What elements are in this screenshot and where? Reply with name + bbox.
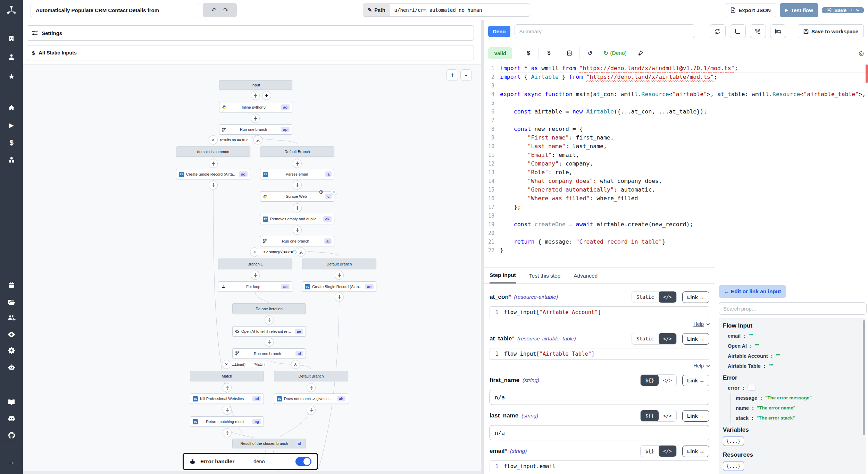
inspector-scrollbar[interactable] bbox=[863, 320, 865, 435]
move-node-icon[interactable]: ⊕ bbox=[319, 189, 324, 195]
code-line[interactable]: 10 "Last name": last_name, bbox=[484, 142, 868, 151]
flow-node-run_branch_af[interactable]: Run one branchaf bbox=[232, 348, 306, 358]
collapse-button[interactable]: - bbox=[748, 385, 756, 391]
stop-square-icon-button[interactable] bbox=[730, 24, 746, 38]
value-input-first_name[interactable] bbox=[490, 390, 709, 405]
windmill-logo-icon[interactable] bbox=[0, 4, 23, 17]
all-static-inputs-bar[interactable]: $ All Static Inputs bbox=[27, 45, 474, 60]
trigger-bolt-button[interactable] bbox=[262, 91, 271, 100]
code-line[interactable]: 22} bbox=[484, 246, 868, 255]
code-line[interactable]: 17 }; bbox=[484, 203, 868, 211]
link-button[interactable]: Link → bbox=[682, 333, 709, 345]
resources-object-chip[interactable]: {...} bbox=[723, 461, 744, 471]
prop-row[interactable]: name:"The error name" bbox=[731, 403, 866, 413]
toggle-code[interactable]: </> bbox=[659, 375, 676, 386]
insert-step-button[interactable] bbox=[335, 271, 344, 280]
add-branch-button[interactable] bbox=[253, 135, 262, 144]
link-button[interactable]: Link → bbox=[682, 375, 709, 386]
user-icon[interactable] bbox=[0, 52, 23, 62]
code-line[interactable]: 2import { Airtable } from "https://deno.… bbox=[484, 73, 868, 81]
delete-node-icon[interactable]: × bbox=[331, 189, 337, 195]
toggle-static[interactable]: ${} bbox=[641, 410, 658, 421]
flow-node-result_chosen[interactable]: Result of the chosen branchaf bbox=[232, 439, 306, 448]
prop-row[interactable]: Airtable Account:"" bbox=[723, 351, 866, 361]
reload-icon-button[interactable] bbox=[710, 24, 726, 38]
code-line[interactable]: 20 bbox=[484, 229, 868, 237]
flow-node-default_branch_2[interactable]: Default Branch bbox=[302, 259, 376, 269]
code-line[interactable]: 11 "Email": email, bbox=[484, 151, 868, 159]
help-link[interactable]: Help bbox=[693, 321, 704, 327]
code-line[interactable]: 14 "What company does": what_company_doe… bbox=[484, 177, 868, 185]
insert-step-button[interactable] bbox=[251, 271, 260, 280]
flow-node-run_branch_ap[interactable]: Run one branchap bbox=[219, 124, 292, 135]
dollar-var-icon[interactable]: $ bbox=[521, 50, 535, 56]
value-input-last_name[interactable] bbox=[490, 425, 709, 440]
flow-node-do_one_iteration[interactable]: Do one iteration bbox=[232, 303, 306, 314]
expr-editor[interactable]: 1flow_input["Airtable Table"] bbox=[490, 348, 709, 360]
deno-assistant-reload[interactable]: ↻ (Deno) bbox=[603, 50, 627, 57]
vertical-splitter[interactable] bbox=[481, 20, 484, 474]
insert-step-button[interactable] bbox=[293, 203, 302, 212]
remove-branch-button[interactable]: × bbox=[250, 247, 259, 256]
flow-node-no_match[interactable]: TSDoes not match -> gives empty valueah bbox=[274, 393, 348, 404]
test-flow-button[interactable]: ▶ Test flow bbox=[780, 3, 818, 17]
insert-step-button[interactable] bbox=[265, 315, 274, 324]
settings-gear-icon[interactable] bbox=[0, 345, 23, 356]
prop-row[interactable]: stack:"The error stack" bbox=[731, 413, 866, 423]
tab-test-this-step[interactable]: Test this step bbox=[529, 273, 560, 283]
toggle-static[interactable]: ${} bbox=[641, 446, 658, 457]
insert-step-button[interactable] bbox=[293, 159, 302, 168]
code-line[interactable]: 7 bbox=[484, 116, 868, 125]
code-line[interactable]: 5 bbox=[484, 99, 868, 107]
summary-input[interactable] bbox=[515, 24, 695, 38]
favorites-star-icon[interactable]: ★ bbox=[0, 71, 23, 82]
toggle-code[interactable]: </> bbox=[659, 291, 676, 303]
insert-step-button[interactable] bbox=[307, 383, 316, 392]
dollar-resource-icon[interactable]: $ bbox=[542, 50, 556, 56]
toggle-static[interactable]: ${} bbox=[641, 375, 658, 386]
insert-step-button[interactable] bbox=[251, 91, 260, 100]
toggle-static[interactable]: Static bbox=[632, 291, 659, 303]
prop-row[interactable]: Open AI:"" bbox=[723, 341, 866, 351]
redo-icon[interactable]: ↷ bbox=[223, 7, 228, 14]
export-json-button[interactable]: Export JSON bbox=[725, 3, 776, 17]
insert-step-button[interactable] bbox=[209, 159, 218, 168]
insert-step-button[interactable] bbox=[293, 180, 302, 189]
insert-step-button[interactable] bbox=[223, 383, 232, 392]
flow-node-input[interactable]: Input bbox=[219, 80, 292, 90]
tab-step-input[interactable]: Step Input bbox=[490, 272, 516, 283]
toggle-code[interactable]: </> bbox=[659, 446, 676, 457]
code-line[interactable]: 6 const airtable = new Airtable({...at_c… bbox=[484, 107, 868, 116]
zoom-in-button[interactable]: + bbox=[446, 69, 458, 81]
code-editor[interactable]: 1import * as wmill from "https://deno.la… bbox=[484, 64, 868, 267]
schedules-calendar-icon[interactable] bbox=[0, 280, 23, 290]
docs-book-icon[interactable] bbox=[0, 397, 23, 407]
flow-node-kill_websites[interactable]: TSKill Professional Websites mentionsad bbox=[190, 393, 264, 404]
tab-advanced[interactable]: Advanced bbox=[574, 273, 598, 283]
hide-eye-icon[interactable]: ◎ bbox=[859, 50, 864, 57]
link-button[interactable]: Link → bbox=[682, 446, 709, 457]
database-icon[interactable] bbox=[562, 50, 576, 56]
audit-eye-icon[interactable] bbox=[0, 329, 23, 340]
link-button[interactable]: Link → bbox=[682, 410, 709, 422]
path-chip[interactable]: ✎ Path bbox=[363, 3, 390, 17]
code-line[interactable]: 15 "Generated automatically": automatic, bbox=[484, 185, 868, 194]
save-button[interactable]: Save bbox=[822, 7, 851, 13]
flow-node-inline_python3[interactable]: Inline python3ao bbox=[219, 102, 292, 112]
code-line[interactable]: 19 const createOne = await airtable.crea… bbox=[484, 220, 868, 229]
insert-step-button[interactable] bbox=[265, 338, 274, 347]
workspace-icon[interactable] bbox=[0, 33, 23, 44]
flow-node-default_branch_1[interactable]: Default Branch bbox=[260, 146, 334, 157]
flow-node-branch_1[interactable]: Branch 1 bbox=[218, 259, 292, 269]
code-line[interactable]: 3 bbox=[484, 81, 868, 90]
insert-step-button[interactable] bbox=[209, 180, 218, 189]
expr-editor[interactable]: 1flow_input["Airtable Account"] bbox=[490, 306, 709, 318]
path-input[interactable] bbox=[390, 3, 530, 17]
toggle-static[interactable]: Static bbox=[632, 333, 659, 344]
code-line[interactable]: 4export async function main(at_con: wmil… bbox=[484, 90, 868, 99]
error-handler-toggle[interactable] bbox=[295, 457, 311, 466]
edit-or-link-input-button[interactable]: ← Edit or link an input bbox=[719, 285, 786, 298]
expand-sidebar-arrow-icon[interactable]: → bbox=[0, 457, 23, 467]
code-line[interactable]: 13 "Role": role, bbox=[484, 168, 868, 177]
flow-node-default_branch_3[interactable]: Default Branch bbox=[274, 371, 348, 381]
